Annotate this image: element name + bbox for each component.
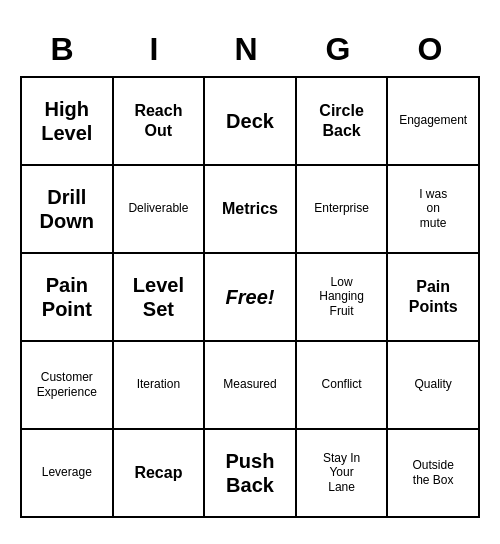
cell-r1-c3: Enterprise <box>296 165 388 253</box>
cell-r4-c1: Recap <box>113 429 205 517</box>
bingo-grid: HighLevelReachOutDeckCircleBackEngagemen… <box>20 76 480 518</box>
cell-r2-c1: LevelSet <box>113 253 205 341</box>
cell-r1-c0: DrillDown <box>21 165 113 253</box>
letter-i: I <box>112 31 204 68</box>
letter-b: B <box>20 31 112 68</box>
cell-r0-c1: ReachOut <box>113 77 205 165</box>
cell-r0-c3: CircleBack <box>296 77 388 165</box>
letter-n: N <box>204 31 296 68</box>
cell-r3-c1: Iteration <box>113 341 205 429</box>
cell-r4-c0: Leverage <box>21 429 113 517</box>
cell-r1-c4: I wasonmute <box>387 165 479 253</box>
cell-r4-c3: Stay InYourLane <box>296 429 388 517</box>
cell-r0-c4: Engagement <box>387 77 479 165</box>
cell-r3-c2: Measured <box>204 341 296 429</box>
cell-r3-c4: Quality <box>387 341 479 429</box>
cell-r4-c4: Outsidethe Box <box>387 429 479 517</box>
bingo-card: B I N G O HighLevelReachOutDeckCircleBac… <box>20 27 480 518</box>
cell-r2-c2: Free! <box>204 253 296 341</box>
letter-g: G <box>296 31 388 68</box>
cell-r2-c4: PainPoints <box>387 253 479 341</box>
cell-r3-c0: CustomerExperience <box>21 341 113 429</box>
letter-o: O <box>388 31 480 68</box>
cell-r1-c2: Metrics <box>204 165 296 253</box>
cell-r0-c2: Deck <box>204 77 296 165</box>
bingo-title: B I N G O <box>20 27 480 72</box>
cell-r4-c2: PushBack <box>204 429 296 517</box>
cell-r0-c0: HighLevel <box>21 77 113 165</box>
cell-r1-c1: Deliverable <box>113 165 205 253</box>
cell-r2-c3: LowHangingFruit <box>296 253 388 341</box>
cell-r2-c0: PainPoint <box>21 253 113 341</box>
cell-r3-c3: Conflict <box>296 341 388 429</box>
